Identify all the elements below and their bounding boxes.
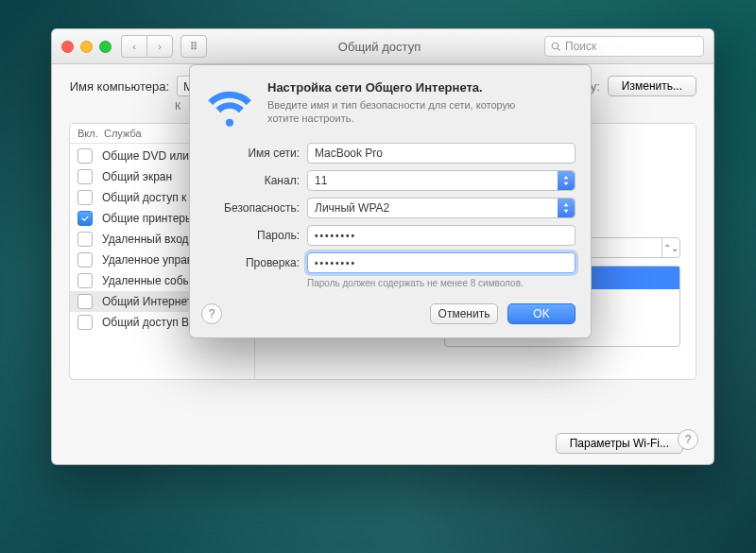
service-checkbox[interactable] [77, 294, 93, 309]
window-title: Общий доступ [215, 40, 544, 54]
titlebar: ‹ › ⠿ Общий доступ Поиск [52, 29, 713, 64]
service-label: Общий экран [102, 170, 172, 183]
grid-button-group: ⠿ [180, 35, 207, 58]
security-label: Безопасность: [205, 201, 300, 215]
service-label: Удаленные событи [102, 274, 202, 287]
service-checkbox[interactable] [77, 190, 93, 205]
password-value: •••••••• [315, 231, 356, 241]
service-checkbox[interactable] [77, 211, 93, 226]
wifi-icon [205, 80, 254, 130]
chevron-up-down-icon [558, 171, 575, 190]
sheet-header: Настройка сети Общего Интернета. Введите… [205, 80, 576, 130]
sheet-title: Настройка сети Общего Интернета. [267, 80, 532, 95]
service-label: Общие принтеры [102, 212, 194, 225]
search-field[interactable]: Поиск [544, 36, 704, 57]
back-button[interactable]: ‹ [121, 35, 146, 58]
verify-label: Проверка: [205, 256, 300, 269]
service-checkbox[interactable] [77, 315, 93, 330]
verify-value: •••••••• [315, 258, 356, 268]
cancel-button[interactable]: Отменить [430, 303, 498, 324]
forward-button[interactable]: › [146, 35, 173, 58]
header-on: Вкл. [77, 128, 104, 139]
service-label: Общий доступ к ф [102, 191, 198, 204]
change-name-button[interactable]: Изменить... [608, 76, 696, 96]
service-checkbox[interactable] [77, 252, 93, 268]
service-label: Удаленный вход [102, 233, 189, 246]
help-button[interactable]: ? [678, 429, 698, 450]
service-label: Удаленное управл [102, 253, 199, 267]
chevron-up-down-icon [558, 199, 575, 217]
nav-buttons: ‹ › [121, 35, 173, 58]
service-label: Общие DVD или C [102, 149, 200, 163]
network-name-field[interactable]: MacBook Pro [307, 143, 576, 164]
password-label: Пароль: [205, 229, 300, 242]
zoom-window-button[interactable] [99, 41, 112, 53]
channel-select[interactable]: 11 [307, 170, 576, 191]
ok-button[interactable]: OK [507, 303, 576, 324]
service-label: Общий доступ Bl [102, 316, 192, 329]
sheet-subtitle: Введите имя и тип безопасности для сети,… [267, 98, 532, 125]
search-placeholder: Поиск [565, 40, 596, 53]
channel-value: 11 [315, 174, 327, 187]
security-select[interactable]: Личный WPA2 [307, 198, 576, 218]
network-name-value: MacBook Pro [315, 147, 383, 160]
verify-field[interactable]: •••••••• [307, 252, 576, 273]
wifi-options-button[interactable]: Параметры Wi-Fi... [556, 433, 683, 454]
sheet-buttons: Отменить OK [205, 303, 576, 324]
internet-sharing-sheet: Настройка сети Общего Интернета. Введите… [189, 64, 592, 338]
channel-label: Канал: [205, 174, 300, 187]
service-checkbox[interactable] [77, 169, 93, 184]
header-service: Служба [104, 128, 142, 139]
close-window-button[interactable] [61, 41, 74, 53]
minimize-window-button[interactable] [80, 41, 93, 53]
window-controls [61, 41, 112, 53]
password-field[interactable]: •••••••• [307, 225, 576, 246]
network-name-label: Имя сети: [205, 147, 300, 160]
sheet-help-button[interactable]: ? [201, 303, 222, 324]
service-label: Общий Интернет [102, 295, 192, 308]
search-icon [551, 42, 561, 52]
chevron-up-down-icon: ⌃⌄ [662, 238, 679, 257]
computer-name-label: Имя компьютера: [69, 79, 169, 94]
show-all-button[interactable]: ⠿ [180, 35, 207, 58]
password-hint: Пароль должен содержать не менее 8 симво… [307, 278, 576, 288]
service-checkbox[interactable] [77, 273, 93, 288]
security-value: Личный WPA2 [315, 201, 389, 215]
service-checkbox[interactable] [77, 148, 93, 164]
share-suffix: у: [591, 79, 600, 94]
service-checkbox[interactable] [77, 232, 93, 247]
